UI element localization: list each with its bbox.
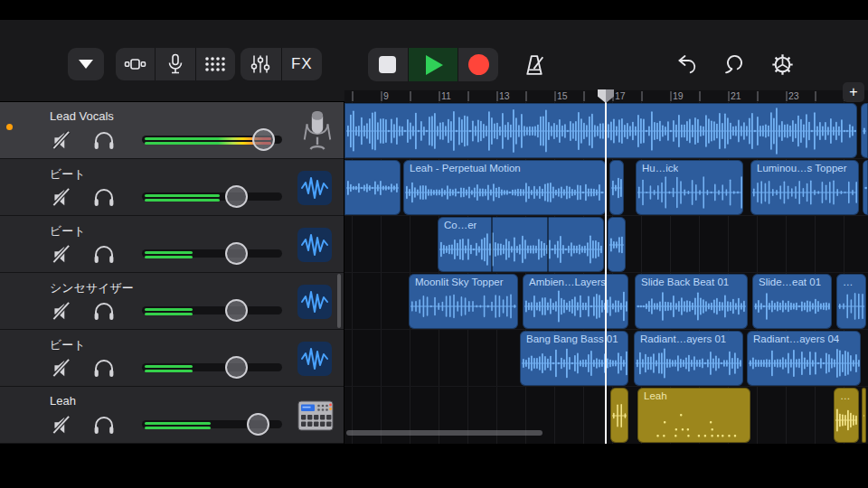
timeline-region[interactable]	[608, 217, 626, 272]
region-label: Leah	[644, 390, 667, 401]
track-instrument-icon[interactable]	[297, 285, 332, 323]
metronome-button[interactable]	[519, 50, 550, 80]
track-header[interactable]: Leah	[0, 387, 344, 444]
ruler-bar-number: 13	[499, 90, 510, 102]
fx-button[interactable]: FX	[281, 48, 323, 80]
region-waveform	[609, 160, 624, 215]
track-solo-button[interactable]	[91, 185, 117, 209]
track-solo-button[interactable]	[91, 356, 117, 380]
track-header[interactable]: ビート	[0, 216, 344, 273]
timeline-region[interactable]	[861, 103, 868, 158]
timeline-region[interactable]	[610, 388, 628, 443]
volume-knob[interactable]	[252, 128, 275, 151]
level-meter	[145, 427, 211, 430]
volume-knob[interactable]	[225, 299, 248, 322]
stop-button[interactable]	[368, 48, 408, 81]
vertical-scrollbar[interactable]	[337, 274, 341, 328]
timeline-region[interactable]: Leah	[637, 388, 750, 443]
mute-speaker-slash-icon	[50, 413, 73, 436]
timeline-region[interactable]: Hu…ick	[636, 160, 743, 215]
level-meter	[145, 251, 193, 255]
audio-input-button[interactable]	[155, 48, 194, 80]
ruler-tick	[467, 91, 469, 101]
track-header[interactable]: ビート	[0, 159, 344, 216]
track-solo-button[interactable]	[91, 413, 117, 436]
waveform-instrument-icon	[297, 171, 332, 205]
timeline-region[interactable]: Radiant…ayers 01	[634, 331, 743, 386]
region-label: Luminou…s Topper	[757, 163, 847, 174]
metronome-icon	[522, 52, 547, 78]
horizontal-scrollbar[interactable]	[346, 430, 542, 436]
tracks-view-button[interactable]	[116, 48, 155, 80]
record-icon	[468, 54, 489, 75]
track-solo-button[interactable]	[91, 128, 117, 152]
track-mute-button[interactable]	[50, 185, 73, 209]
track-mute-button[interactable]	[50, 299, 73, 323]
timeline-region[interactable]: …	[834, 388, 859, 443]
ruler-tick	[757, 91, 759, 101]
ruler-bar-number: 9	[383, 90, 389, 102]
mixer-sliders-icon	[250, 53, 271, 75]
track-mute-button[interactable]	[50, 413, 73, 436]
volume-knob[interactable]	[225, 185, 248, 208]
nav-down-button[interactable]	[68, 48, 104, 80]
timeline-region[interactable]: …	[836, 274, 866, 329]
volume-knob[interactable]	[225, 356, 248, 379]
mixer-button[interactable]	[241, 48, 281, 80]
ruler-tick	[496, 91, 498, 101]
track-mute-button[interactable]	[50, 128, 73, 152]
record-button[interactable]	[458, 48, 498, 81]
level-meter	[145, 422, 211, 426]
solo-headphones-icon	[91, 185, 117, 209]
region-label: Co…er	[444, 220, 476, 230]
timeline-region[interactable]	[862, 388, 866, 443]
track-header[interactable]: シンセサイザー	[0, 273, 344, 330]
timeline-region[interactable]	[609, 160, 624, 215]
ruler-tick	[352, 91, 354, 101]
sound-browser-button[interactable]	[195, 48, 235, 80]
ruler-tick	[641, 91, 643, 101]
timeline-region[interactable]	[344, 160, 401, 215]
ruler-bar-number: 23	[788, 90, 799, 102]
timeline-region[interactable]: Luminou…s Topper	[750, 160, 859, 215]
track-mute-button[interactable]	[50, 356, 73, 380]
mute-speaker-slash-icon	[50, 242, 73, 266]
track-instrument-icon[interactable]	[297, 400, 334, 435]
settings-button[interactable]	[768, 50, 797, 79]
volume-knob[interactable]	[247, 413, 269, 436]
timeline-region[interactable]: Radiant…ayers 04	[747, 331, 861, 386]
stop-icon	[379, 56, 396, 73]
loop-notch	[547, 217, 549, 272]
ruler-tick	[815, 91, 816, 101]
undo-button[interactable]	[672, 51, 701, 78]
track-instrument-icon[interactable]	[300, 108, 335, 158]
track-solo-button[interactable]	[91, 299, 117, 323]
timeline-region[interactable]: Ambien…Layers	[523, 274, 628, 329]
track-solo-button[interactable]	[91, 242, 117, 266]
ruler-tick	[525, 91, 527, 101]
mute-speaker-slash-icon	[50, 128, 73, 152]
solo-headphones-icon	[91, 242, 117, 266]
loop-browser-button[interactable]	[720, 50, 749, 79]
timeline-region[interactable]	[344, 103, 857, 158]
timeline-region[interactable]: Leah - Perpetual Motion	[403, 160, 606, 215]
timeline-region[interactable]: Slide Back Beat 01	[635, 274, 748, 329]
timeline-region[interactable]: Bang Bang Bass 01	[520, 331, 628, 386]
timeline-region[interactable]: Co…er	[438, 217, 604, 272]
timeline-region[interactable]: Slide…eat 01	[752, 274, 832, 329]
region-label: Radiant…ayers 04	[753, 333, 839, 344]
track-instrument-icon[interactable]	[297, 228, 332, 266]
timeline-region[interactable]	[863, 160, 868, 215]
track-instrument-icon[interactable]	[297, 342, 332, 380]
ruler-bar-number: 17	[615, 90, 626, 102]
track-header[interactable]: ビート	[0, 330, 344, 387]
play-button[interactable]	[408, 48, 458, 81]
timeline-region[interactable]: Moonlit Sky Topper	[409, 274, 518, 329]
settings-gear-icon	[769, 52, 796, 78]
volume-knob[interactable]	[225, 242, 248, 265]
waveform-instrument-icon	[297, 228, 332, 262]
track-header[interactable]: Lead Vocals	[0, 102, 344, 159]
track-mute-button[interactable]	[50, 242, 73, 266]
song-sections-button[interactable]: +	[843, 82, 864, 102]
track-instrument-icon[interactable]	[297, 171, 332, 209]
